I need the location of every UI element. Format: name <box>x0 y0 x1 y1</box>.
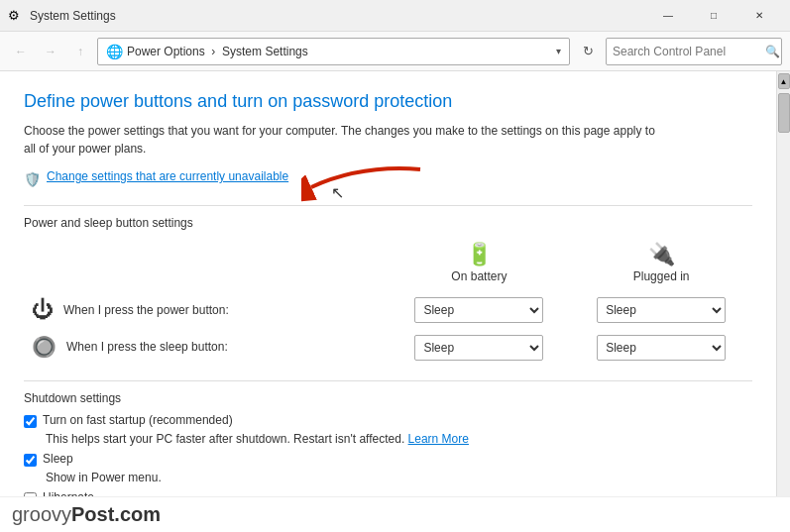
sleep-button-label: When I press the sleep button: <box>66 340 228 354</box>
close-button[interactable]: ✕ <box>736 0 782 32</box>
sleep-label: Sleep <box>43 452 73 466</box>
sleep-checkbox[interactable] <box>24 454 37 467</box>
minimize-button[interactable]: — <box>645 0 691 32</box>
battery-icon: 🔋 <box>396 242 563 267</box>
titlebar-icon: ⚙ <box>8 8 24 24</box>
page-title: Define power buttons and turn on passwor… <box>24 91 752 112</box>
sleep-plugged-dropdown-cell: Sleep Do nothing Hibernate Shut down Tur… <box>570 329 752 367</box>
shield-icon: 🛡️ <box>24 171 41 187</box>
sleep-battery-dropdown-cell: Sleep Do nothing Hibernate Shut down Tur… <box>389 329 571 367</box>
scrollbar-thumb[interactable] <box>778 93 790 133</box>
breadcrumb-text: Power Options › System Settings <box>127 45 308 58</box>
sleep-button-icon: 🔘 <box>32 335 56 359</box>
red-arrow <box>301 160 430 203</box>
address-chevron-icon: ▾ <box>556 46 561 56</box>
back-button[interactable]: ← <box>8 39 34 64</box>
learn-more-link[interactable]: Learn More <box>408 432 469 446</box>
maximize-button[interactable]: □ <box>691 0 736 32</box>
power-table: 🔋 On battery 🔌 Plugged in ⏻ <box>24 242 752 367</box>
power-sleep-section-label: Power and sleep button settings <box>24 216 752 230</box>
fast-startup-label: Turn on fast startup (recommended) <box>43 413 233 427</box>
plugged-in-header: 🔌 Plugged in <box>570 242 752 291</box>
main-content: Define power buttons and turn on passwor… <box>0 71 776 496</box>
titlebar-controls: — □ ✕ <box>645 0 782 32</box>
refresh-button[interactable]: ↻ <box>574 38 602 65</box>
power-battery-dropdown[interactable]: Sleep Do nothing Hibernate Shut down Tur… <box>414 297 543 323</box>
forward-button[interactable]: → <box>38 39 63 64</box>
sleep-desc: Show in Power menu. <box>46 471 752 484</box>
scrollbar-up[interactable]: ▲ <box>778 73 790 89</box>
branding-bar: groovyPost.com <box>0 496 790 532</box>
branding-text: groovyPost.com <box>12 503 161 526</box>
scrollbar[interactable]: ▲ <box>776 71 790 496</box>
section-divider-2 <box>24 380 752 381</box>
page-description: Choose the power settings that you want … <box>24 122 668 158</box>
power-plugged-dropdown[interactable]: Sleep Do nothing Hibernate Shut down Tur… <box>597 297 726 323</box>
shutdown-section: Shutdown settings Turn on fast startup (… <box>24 391 752 496</box>
search-input[interactable] <box>613 45 761 58</box>
sleep-row: Sleep <box>24 452 752 467</box>
fast-startup-desc: This helps start your PC faster after sh… <box>46 432 752 446</box>
section-divider-1 <box>24 205 752 206</box>
titlebar-title: System Settings <box>30 9 645 23</box>
power-button-label: When I press the power button: <box>63 303 229 317</box>
power-button-row: ⏻ When I press the power button: Sleep D… <box>24 291 752 329</box>
plugged-in-icon: 🔌 <box>578 242 744 267</box>
change-settings-link[interactable]: Change settings that are currently unava… <box>47 169 288 183</box>
address-icon: 🌐 <box>106 44 123 59</box>
titlebar: ⚙ System Settings — □ ✕ <box>0 0 790 32</box>
search-box[interactable]: 🔍 <box>606 38 782 65</box>
power-battery-dropdown-cell: Sleep Do nothing Hibernate Shut down Tur… <box>389 291 571 329</box>
fast-startup-checkbox[interactable] <box>24 415 37 428</box>
addressbar: ← → ↑ 🌐 Power Options › System Settings … <box>0 32 790 71</box>
up-button[interactable]: ↑ <box>67 39 93 64</box>
power-plugged-dropdown-cell: Sleep Do nothing Hibernate Shut down Tur… <box>570 291 752 329</box>
sleep-button-row: 🔘 When I press the sleep button: Sleep D… <box>24 329 752 367</box>
on-battery-header: 🔋 On battery <box>389 242 571 291</box>
address-box[interactable]: 🌐 Power Options › System Settings ▾ <box>97 38 570 65</box>
power-button-icon: ⏻ <box>32 297 54 323</box>
search-icon: 🔍 <box>765 45 780 58</box>
sleep-battery-dropdown[interactable]: Sleep Do nothing Hibernate Shut down Tur… <box>414 335 543 361</box>
sleep-plugged-dropdown[interactable]: Sleep Do nothing Hibernate Shut down Tur… <box>597 335 726 361</box>
shutdown-section-label: Shutdown settings <box>24 391 752 405</box>
fast-startup-row: Turn on fast startup (recommended) <box>24 413 752 428</box>
